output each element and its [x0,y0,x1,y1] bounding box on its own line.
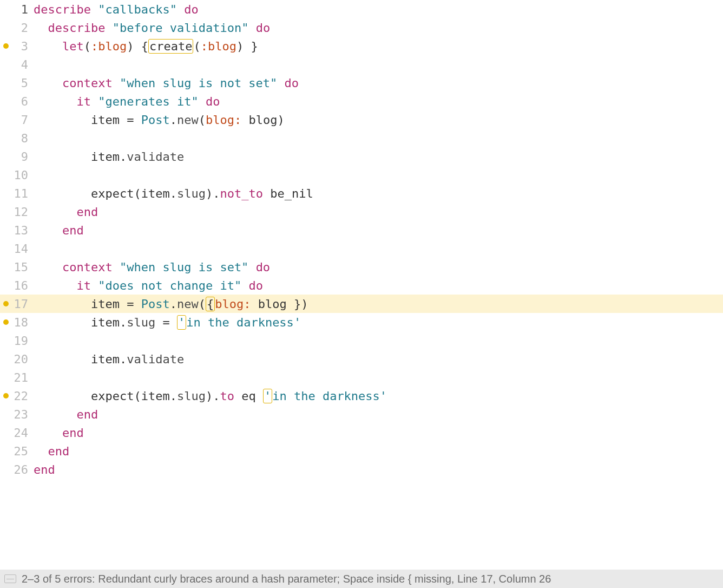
code-line[interactable]: 26 end [0,460,723,479]
line-number: 3 [0,40,34,53]
code-line[interactable]: 1 describe "callbacks" do [0,0,723,18]
line-number: 13 [0,224,34,237]
line-number: 24 [0,426,34,440]
line-number: 20 [0,352,34,366]
line-number: 18 [0,316,34,329]
code-line[interactable]: 23 end [0,405,723,423]
code-area[interactable]: 1 describe "callbacks" do 2 describe "be… [0,0,723,570]
code-text[interactable]: it "generates it" do [34,95,723,108]
code-editor: 1 describe "callbacks" do 2 describe "be… [0,0,723,588]
code-text[interactable]: context "when slug is set" do [34,260,723,274]
lint-marker[interactable]: ' [263,389,272,403]
line-number: 11 [0,187,34,200]
code-line[interactable]: 10 [0,166,723,184]
code-text[interactable]: context "when slug is not set" do [34,76,723,90]
line-number: 25 [0,445,34,458]
code-text[interactable]: end [34,445,723,458]
code-line[interactable]: 7 item = Post.new(blog: blog) [0,110,723,129]
line-number: 10 [0,168,34,182]
code-line[interactable]: 6 it "generates it" do [0,92,723,110]
code-line[interactable]: 21 [0,368,723,387]
code-line[interactable]: 5 context "when slug is not set" do [0,74,723,92]
lint-marker[interactable]: create [148,39,193,54]
code-line[interactable]: 12 end [0,202,723,221]
code-text[interactable]: it "does not change it" do [34,279,723,292]
line-number: 21 [0,371,34,384]
code-text[interactable]: end [34,205,723,219]
code-line[interactable]: 2 describe "before validation" do [0,18,723,37]
code-text[interactable]: item = Post.new({blog: blog }) [34,297,723,311]
code-line[interactable]: 15 context "when slug is set" do [0,258,723,276]
code-line[interactable]: 19 [0,331,723,350]
line-number: 26 [0,463,34,476]
line-number: 5 [0,76,34,90]
line-number: 22 [0,389,34,403]
code-line[interactable]: 3 let(:blog) {create(:blog) } [0,37,723,55]
line-number: 17 [0,297,34,311]
line-number: 7 [0,113,34,127]
lint-marker[interactable]: ' [177,315,186,330]
code-text[interactable]: expect(item.slug).to eq 'in the darkness… [34,389,723,403]
code-line[interactable]: 4 [0,55,723,74]
code-text[interactable]: let(:blog) {create(:blog) } [34,40,723,53]
code-line[interactable]: 9 item.validate [0,147,723,166]
code-text[interactable]: describe "before validation" do [34,21,723,35]
code-line[interactable]: 22 expect(item.slug).to eq 'in the darkn… [0,387,723,405]
code-text[interactable]: item.slug = 'in the darkness' [34,316,723,329]
code-line[interactable]: 13 end [0,221,723,239]
warning-dot-icon [3,301,9,306]
panel-icon[interactable] [4,574,16,583]
line-number: 4 [0,58,34,71]
code-line[interactable]: 16 it "does not change it" do [0,276,723,295]
code-text[interactable]: describe "callbacks" do [34,3,723,16]
line-number: 1 [0,3,34,16]
code-text[interactable]: end [34,426,723,440]
line-number: 19 [0,334,34,348]
code-text[interactable]: item.validate [34,150,723,164]
code-text[interactable]: expect(item.slug).not_to be_nil [34,187,723,200]
warning-dot-icon [3,319,9,325]
warning-dot-icon [3,393,9,398]
code-text[interactable]: end [34,224,723,237]
code-line[interactable]: 11 expect(item.slug).not_to be_nil [0,184,723,202]
line-number: 9 [0,150,34,164]
lint-marker[interactable]: { [206,297,215,311]
warning-dot-icon [3,43,9,49]
code-text[interactable]: end [34,463,723,476]
status-text: 2–3 of 5 errors: Redundant curly braces … [22,573,551,585]
code-line[interactable]: 25 end [0,442,723,460]
code-line[interactable]: 24 end [0,423,723,442]
code-text[interactable]: item = Post.new(blog: blog) [34,113,723,127]
code-line[interactable]: 17 item = Post.new({blog: blog }) [0,295,723,313]
line-number: 8 [0,132,34,145]
code-line[interactable]: 18 item.slug = 'in the darkness' [0,313,723,331]
line-number: 23 [0,408,34,421]
code-text[interactable]: end [34,408,723,421]
line-number: 15 [0,260,34,274]
code-text[interactable]: item.validate [34,352,723,366]
code-line[interactable]: 20 item.validate [0,350,723,368]
line-number: 16 [0,279,34,292]
line-number: 6 [0,95,34,108]
status-bar[interactable]: 2–3 of 5 errors: Redundant curly braces … [0,570,723,588]
line-number: 14 [0,242,34,256]
code-line[interactable]: 8 [0,129,723,147]
line-number: 12 [0,205,34,219]
line-number: 2 [0,21,34,35]
code-line[interactable]: 14 [0,239,723,258]
